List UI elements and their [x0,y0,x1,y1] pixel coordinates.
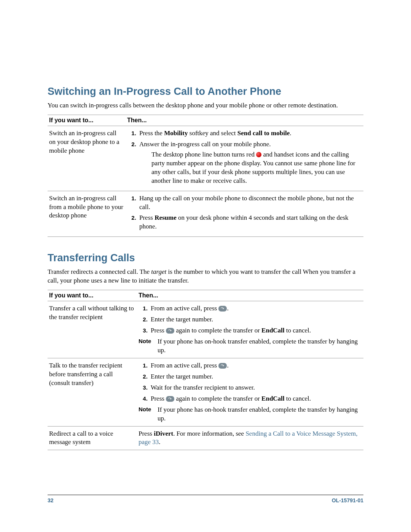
cell-steps: Press iDivert. For more information, see… [137,426,363,450]
cell-goal: Talk to the transfer recipient before tr… [48,358,137,426]
softkey-name: EndCall [261,395,284,402]
heading-transferring: Transferring Calls [48,252,363,264]
transfer-icon [218,306,227,312]
list-item: Press again to complete the transfer or … [149,326,360,335]
list-item: Answer the in-progress call on your mobi… [138,140,360,185]
table-row: Redirect a call to a voice message syste… [48,426,363,450]
intro-switching: You can switch in-progress calls between… [48,101,363,110]
col-header-goal: If you want to... [48,290,137,301]
red-line-icon [256,152,261,157]
transfer-icon [218,363,227,369]
transfer-icon [166,328,174,334]
note-label: Note [139,406,158,423]
page-footer: 32 OL-15791-01 [48,495,363,503]
page: Switching an In-Progress Call to Another… [0,0,411,532]
step-detail: The desktop phone line button turns red … [139,150,360,185]
text: . For more information, see [173,430,245,437]
table-transferring: If you want to... Then... Transfer a cal… [48,290,363,450]
text: to cancel. [285,327,311,334]
note: Note If your phone has on-hook transfer … [139,406,360,423]
table-header-row: If you want to... Then... [48,290,363,301]
text: The desktop phone line button turns red [151,151,256,158]
list-item: From an active call, press . [149,361,360,370]
text: . [290,129,291,137]
table-switching: If you want to... Then... Switch an in-p… [48,115,363,237]
table-row: Switch an in-progress call from a mobile… [48,191,363,237]
table-row: Transfer a call without talking to the t… [48,301,363,358]
text: again to complete the transfer or [174,327,261,334]
text: Press [139,430,154,437]
cell-goal: Switch an in-progress call on your deskt… [48,126,126,191]
list-item: Enter the target number. [149,315,360,324]
text: Press [151,395,166,402]
heading-switching: Switching an In-Progress Call to Another… [48,86,363,97]
text: From an active call, press [151,362,218,369]
menu-option: Send call to mobile [237,129,290,137]
text: Transfer redirects a connected call. The [48,268,151,275]
softkey-name: Mobility [164,129,188,137]
list-item: Enter the target number. [149,372,360,381]
cell-goal: Transfer a call without talking to the t… [48,301,137,358]
page-number: 32 [48,497,54,503]
softkey-name: Resume [155,214,177,221]
col-header-then: Then... [126,115,363,126]
cell-goal: Redirect a call to a voice message syste… [48,426,137,450]
list-item: From an active call, press . [149,304,360,313]
note: Note If your phone has on-hook transfer … [139,337,360,355]
doc-number: OL-15791-01 [332,497,363,503]
col-header-then: Then... [137,290,363,301]
cell-steps: From an active call, press . Enter the t… [137,301,363,358]
cell-steps: Hang up the call on your mobile phone to… [126,191,363,237]
table-row: Switch an in-progress call on your deskt… [48,126,363,191]
cell-steps: From an active call, press . Enter the t… [137,358,363,426]
list-item: Wait for the transfer recipient to answe… [149,383,360,392]
cell-goal: Switch an in-progress call from a mobile… [48,191,126,237]
text: . [227,362,228,369]
list-item: Press again to complete the transfer or … [149,395,360,403]
transfer-icon [166,396,174,402]
text: Press [139,214,155,221]
softkey-name: EndCall [261,327,284,334]
text: Press the [139,129,164,137]
list-item: Hang up the call on your mobile phone to… [138,194,360,212]
text: Press [151,327,166,334]
softkey-name: iDivert [154,430,173,437]
text: . [227,305,228,312]
text: From an active call, press [151,305,218,312]
note-body: If your phone has on-hook transfer enabl… [158,406,360,423]
col-header-goal: If you want to... [48,115,126,126]
text: Answer the in-progress call on your mobi… [139,141,271,148]
note-label: Note [139,337,158,355]
list-item: Press the Mobility softkey and select Se… [138,129,360,138]
text: to cancel. [285,395,311,402]
cell-steps: Press the Mobility softkey and select Se… [126,126,363,191]
text: softkey and select [188,129,237,137]
term: target [151,268,166,275]
intro-transferring: Transfer redirects a connected call. The… [48,268,363,285]
text: again to complete the transfer or [174,395,261,402]
table-row: Talk to the transfer recipient before tr… [48,358,363,426]
table-header-row: If you want to... Then... [48,115,363,126]
note-body: If your phone has on-hook transfer enabl… [158,337,360,355]
list-item: Press Resume on your desk phone within 4… [138,214,360,231]
text: . [159,438,160,446]
